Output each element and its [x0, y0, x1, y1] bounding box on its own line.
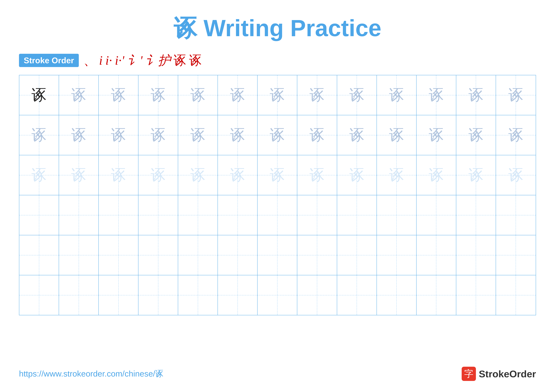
char-light: 诼: [230, 168, 245, 183]
grid-row-1: 诼 诼 诼 诼 诼 诼 诼 诼 诼 诼 诼 诼 诼: [19, 75, 536, 115]
grid-cell-2-13: 诼: [496, 115, 536, 155]
grid-cell-2-2: 诼: [59, 115, 99, 155]
grid-cell-5-9: [337, 235, 377, 275]
grid-cell-5-6: [218, 235, 258, 275]
grid-cell-5-5: [178, 235, 218, 275]
footer-logo: 字 StrokeOrder: [462, 367, 536, 381]
stroke-5: 讠': [127, 54, 143, 67]
grid-cell-3-3: 诼: [99, 155, 139, 195]
grid-cell-1-7: 诼: [258, 75, 297, 115]
grid-cell-3-7: 诼: [258, 155, 297, 195]
grid-cell-2-1: 诼: [19, 115, 59, 155]
grid-cell-1-12: 诼: [456, 75, 496, 115]
stroke-sequence: 、 i i· i·' 讠' 讠护 诼 诼: [84, 54, 202, 67]
grid-cell-4-11: [416, 195, 456, 235]
grid-cell-1-3: 诼: [99, 75, 139, 115]
grid-cell-6-3: [99, 275, 139, 315]
grid-cell-6-8: [297, 275, 337, 315]
grid-row-3: 诼 诼 诼 诼 诼 诼 诼 诼 诼 诼 诼 诼 诼: [19, 155, 536, 195]
logo-text: StrokeOrder: [479, 368, 536, 379]
char-medium: 诼: [309, 128, 324, 143]
footer-url[interactable]: https://www.strokeorder.com/chinese/诼: [19, 368, 163, 379]
char-medium: 诼: [468, 128, 483, 143]
grid-cell-1-8: 诼: [297, 75, 337, 115]
char-medium: 诼: [111, 128, 126, 143]
grid-cell-3-1: 诼: [19, 155, 59, 195]
grid-cell-2-12: 诼: [456, 115, 496, 155]
grid-cell-4-2: [59, 195, 99, 235]
grid-cell-5-10: [377, 235, 416, 275]
char-medium: 诼: [389, 128, 404, 143]
grid-cell-3-11: 诼: [416, 155, 456, 195]
grid-cell-3-13: 诼: [496, 155, 536, 195]
char-light: 诼: [111, 168, 126, 183]
grid-cell-1-10: 诼: [377, 75, 416, 115]
grid-cell-5-11: [416, 235, 456, 275]
char-medium: 诼: [349, 88, 364, 103]
grid-cell-3-5: 诼: [178, 155, 218, 195]
char-light: 诼: [309, 168, 324, 183]
stroke-7: 诼: [174, 54, 186, 67]
grid-cell-4-5: [178, 195, 218, 235]
stroke-8: 诼: [189, 54, 202, 67]
grid-cell-3-4: 诼: [139, 155, 178, 195]
grid-cell-4-6: [218, 195, 258, 235]
grid-cell-2-7: 诼: [258, 115, 297, 155]
grid-cell-3-8: 诼: [297, 155, 337, 195]
grid-cell-6-13: [496, 275, 536, 315]
grid-cell-6-7: [258, 275, 297, 315]
grid-cell-3-6: 诼: [218, 155, 258, 195]
grid-cell-5-8: [297, 235, 337, 275]
grid-cell-4-12: [456, 195, 496, 235]
grid-row-4: [19, 195, 536, 235]
grid-cell-1-6: 诼: [218, 75, 258, 115]
char-medium: 诼: [270, 128, 285, 143]
char-medium: 诼: [309, 88, 324, 103]
char-light: 诼: [151, 168, 166, 183]
char-medium: 诼: [508, 88, 523, 103]
char-medium: 诼: [71, 88, 86, 103]
stroke-order-badge: Stroke Order: [19, 54, 79, 67]
grid-cell-5-7: [258, 235, 297, 275]
grid-cell-1-11: 诼: [416, 75, 456, 115]
grid-cell-2-4: 诼: [139, 115, 178, 155]
grid-cell-2-5: 诼: [178, 115, 218, 155]
grid-cell-4-10: [377, 195, 416, 235]
grid-cell-3-9: 诼: [337, 155, 377, 195]
char-medium: 诼: [190, 88, 205, 103]
char-medium: 诼: [230, 128, 245, 143]
char-medium: 诼: [111, 88, 126, 103]
stroke-2: i: [99, 54, 102, 67]
grid-cell-5-3: [99, 235, 139, 275]
char-medium: 诼: [270, 88, 285, 103]
char-dark: 诼: [31, 88, 46, 103]
char-medium: 诼: [151, 88, 166, 103]
grid-cell-6-1: [19, 275, 59, 315]
char-medium: 诼: [71, 128, 86, 143]
grid-cell-1-5: 诼: [178, 75, 218, 115]
grid-cell-2-11: 诼: [416, 115, 456, 155]
char-light: 诼: [508, 168, 523, 183]
grid-row-5: [19, 235, 536, 275]
grid-cell-3-2: 诼: [59, 155, 99, 195]
practice-grid: 诼 诼 诼 诼 诼 诼 诼 诼 诼 诼 诼 诼 诼 诼 诼 诼 诼 诼 诼 诼 …: [19, 75, 536, 315]
logo-char: 字: [464, 368, 473, 380]
char-medium: 诼: [349, 128, 364, 143]
grid-cell-4-8: [297, 195, 337, 235]
grid-cell-4-3: [99, 195, 139, 235]
grid-cell-4-7: [258, 195, 297, 235]
grid-cell-4-9: [337, 195, 377, 235]
grid-cell-5-12: [456, 235, 496, 275]
grid-cell-1-9: 诼: [337, 75, 377, 115]
grid-cell-5-1: [19, 235, 59, 275]
grid-cell-5-13: [496, 235, 536, 275]
grid-row-6: [19, 275, 536, 315]
char-medium: 诼: [468, 88, 483, 103]
char-light: 诼: [31, 168, 46, 183]
char-light: 诼: [270, 168, 285, 183]
page-container: 诼 Writing Practice Stroke Order 、 i i· i…: [0, 0, 555, 392]
char-medium: 诼: [508, 128, 523, 143]
char-medium: 诼: [429, 128, 444, 143]
grid-cell-1-1: 诼: [19, 75, 59, 115]
grid-cell-5-4: [139, 235, 178, 275]
